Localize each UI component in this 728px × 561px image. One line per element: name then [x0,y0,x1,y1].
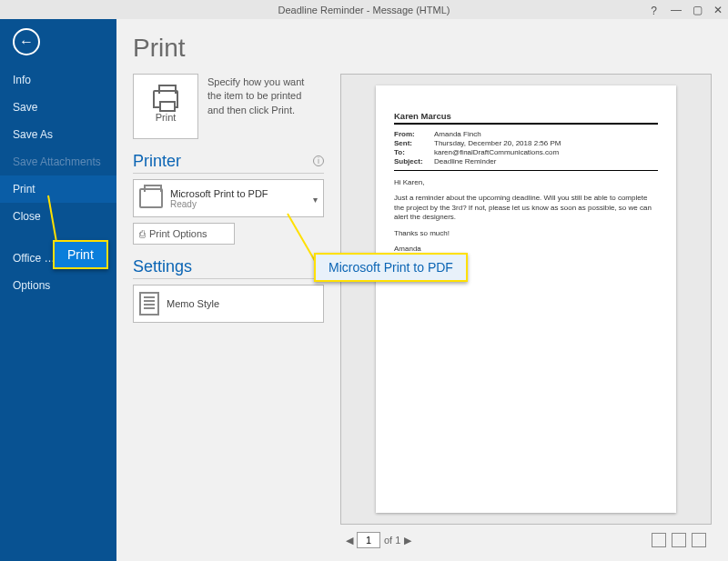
sidebar-item-label: Print [13,183,35,195]
sidebar-item-label: Save Attachments [13,155,101,168]
preview-header-table: From:Amanda Finch Sent:Thursday, Decembe… [394,129,658,165]
zoom-multipage-icon[interactable] [692,533,706,547]
close-button[interactable]: ✕ [713,4,723,16]
preview-sent-value: Thursday, December 20, 2018 2:56 PM [434,138,658,147]
printer-text: Microsoft Print to PDF Ready [170,188,268,209]
print-button[interactable]: Print [133,74,198,139]
preview-sent-key: Sent: [394,138,434,147]
sidebar-item-options[interactable]: Options [0,272,116,299]
left-column: Print Specify how you want the item to b… [133,74,324,552]
sidebar-item-label: Info [13,74,31,86]
chevron-down-icon: ▾ [313,195,318,205]
preview-divider [394,170,658,171]
preview-to-value: karen@finalDraftCommunications.com [434,147,658,156]
preview-from-key: From: [394,129,434,138]
preview-subject-key: Subject: [394,156,434,165]
printer-heading: Printer i [133,152,324,174]
pager-tools [652,533,706,547]
print-instructions: Specify how you want the item to be prin… [207,74,317,117]
info-icon[interactable]: i [313,155,324,166]
callout-print: Print [53,240,108,269]
window-title: Deadline Reminder - Message (HTML) [278,5,450,15]
style-name: Memo Style [167,298,219,309]
printer-selector[interactable]: Microsoft Print to PDF Ready ▾ [133,179,324,217]
sidebar-item-info[interactable]: Info [0,66,116,94]
page-count-label: of 1 [384,535,400,546]
preview-greeting: Hi Karen, [394,178,658,187]
sidebar-item-label: Options [13,279,50,292]
settings-heading: Settings [133,257,324,279]
print-button-label: Print [156,112,177,123]
back-button[interactable]: ← [13,28,40,55]
document-icon [139,292,159,316]
printer-status: Ready [170,199,268,209]
preview-subject-value: Deadline Reminder [434,156,658,165]
sidebar-item-label: Office … [13,252,55,265]
sidebar-item-save-attachments: Save Attachments [0,148,116,175]
prev-page-button[interactable]: ◀ [346,535,353,546]
sidebar-item-close[interactable]: Close [0,203,116,230]
zoom-fit-icon[interactable] [652,533,666,547]
maximize-button[interactable]: ▢ [693,4,703,16]
gear-icon: ⎙ [139,228,146,239]
title-bar: Deadline Reminder - Message (HTML) ? — ▢… [0,0,728,19]
print-button-row: Print Specify how you want the item to b… [133,74,324,139]
sidebar-item-label: Save [13,101,37,114]
style-selector[interactable]: Memo Style [133,285,324,323]
print-options-button[interactable]: ⎙ Print Options [133,223,235,245]
callout-printer: Microsoft Print to PDF [314,253,468,282]
arrow-left-icon: ← [19,34,34,50]
printer-name: Microsoft Print to PDF [170,188,268,199]
sidebar-item-label: Close [13,210,41,223]
pager-nav: ◀ of 1 ▶ [346,532,411,548]
window-controls: — ▢ ✕ [671,4,723,16]
preview-pager: ◀ of 1 ▶ [340,525,712,552]
printer-icon [153,90,178,108]
body-row: ← Info Save Save As Save Attachments Pri… [0,19,728,561]
backstage-main: Print Print Specify how you want the ite… [116,19,728,561]
preview-from-value: Amanda Finch [434,129,658,138]
zoom-actual-icon[interactable] [672,533,686,547]
preview-page: Karen Marcus From:Amanda Finch Sent:Thur… [376,85,676,513]
printer-heading-label: Printer [133,152,181,170]
outlook-backstage-print: Deadline Reminder - Message (HTML) ? — ▢… [0,0,728,561]
sidebar-item-save-as[interactable]: Save As [0,121,116,148]
printer-icon [139,188,163,208]
help-icon[interactable]: ? [651,5,657,17]
print-preview[interactable]: Karen Marcus From:Amanda Finch Sent:Thur… [340,74,712,525]
page-title: Print [133,34,712,63]
columns: Print Specify how you want the item to b… [133,74,712,552]
sidebar-item-print[interactable]: Print [0,175,116,203]
preview-signoff: Thanks so much! [394,229,658,238]
print-options-label: Print Options [149,228,207,239]
backstage-sidebar: ← Info Save Save As Save Attachments Pri… [0,19,116,561]
preview-body: Just a reminder about the upcoming deadl… [394,194,658,222]
preview-to-key: To: [394,147,434,156]
page-number-input[interactable] [357,532,380,548]
next-page-button[interactable]: ▶ [404,535,411,546]
preview-recipient: Karen Marcus [394,111,658,125]
sidebar-item-save[interactable]: Save [0,94,116,121]
right-column: Karen Marcus From:Amanda Finch Sent:Thur… [340,74,712,552]
sidebar-item-label: Save As [13,128,53,141]
minimize-button[interactable]: — [671,4,682,16]
